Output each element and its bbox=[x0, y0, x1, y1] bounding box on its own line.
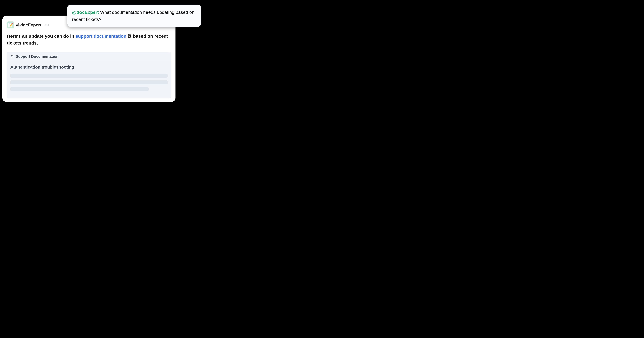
skeleton-line bbox=[10, 80, 168, 84]
notion-icon bbox=[10, 55, 14, 58]
doc-card-body: Authentication troubleshooting bbox=[7, 61, 171, 98]
skeleton-line bbox=[10, 87, 149, 91]
documentation-preview-card[interactable]: Support Documentation Authentication tro… bbox=[7, 52, 171, 98]
bot-name: @docExpert bbox=[16, 22, 41, 28]
query-text: @docExpert What documentation needs upda… bbox=[72, 9, 196, 23]
doc-card-header: Support Documentation bbox=[7, 52, 171, 61]
memo-emoji-icon: 📝 bbox=[8, 22, 13, 28]
bot-response-card: 📝 @docExpert ••• Here's an update you ca… bbox=[2, 16, 176, 102]
more-options-button[interactable]: ••• bbox=[44, 23, 50, 27]
support-documentation-link[interactable]: support documentation bbox=[76, 34, 126, 39]
notion-icon bbox=[128, 34, 132, 38]
user-query-bubble: @docExpert What documentation needs upda… bbox=[67, 4, 201, 27]
bot-mention[interactable]: @docExpert bbox=[72, 10, 99, 15]
doc-card-title: Support Documentation bbox=[16, 54, 58, 58]
doc-section-heading: Authentication troubleshooting bbox=[10, 65, 168, 70]
bot-avatar: 📝 bbox=[7, 22, 14, 28]
skeleton-line bbox=[10, 74, 168, 78]
response-message: Here's an update you can do in support d… bbox=[7, 33, 171, 46]
response-text-before: Here's an update you can do in bbox=[7, 34, 76, 39]
